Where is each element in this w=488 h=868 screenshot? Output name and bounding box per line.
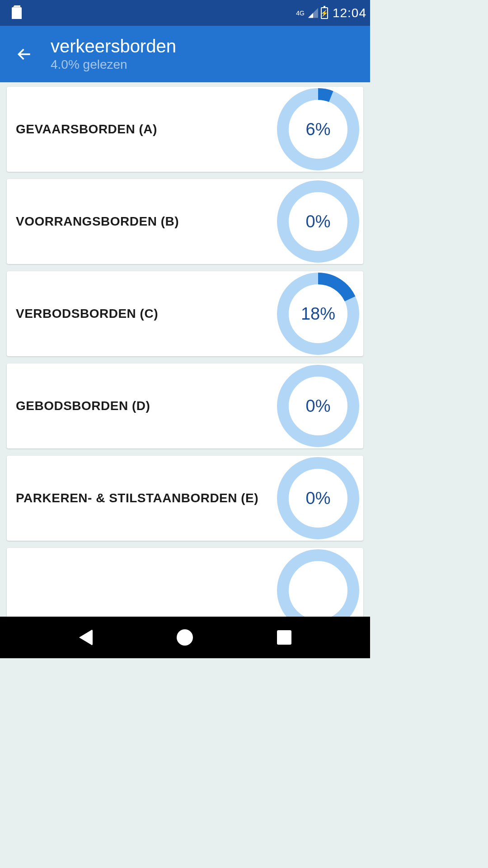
status-left xyxy=(4,7,22,19)
battery-charging-icon: ⚡ xyxy=(321,7,328,19)
status-bar: 4G ⚡ 12:04 xyxy=(0,0,370,26)
progress-percent: 18% xyxy=(301,304,335,324)
category-card[interactable]: VOORRANGSBORDEN (B)0% xyxy=(7,179,363,264)
category-title: PARKEREN- & STILSTAANBORDEN (E) xyxy=(16,491,276,505)
progress-ring: 0% xyxy=(276,179,361,264)
nav-home-button[interactable] xyxy=(175,627,195,647)
sd-card-icon xyxy=(12,7,22,19)
category-card[interactable]: GEVAARSBORDEN (A)6% xyxy=(7,87,363,172)
arrow-left-icon xyxy=(16,46,33,63)
nav-home-icon xyxy=(177,629,193,646)
signal-icon xyxy=(308,8,318,18)
progress-ring: 0% xyxy=(276,363,361,448)
nav-recent-button[interactable] xyxy=(274,627,294,647)
progress-percent: 6% xyxy=(306,120,331,139)
nav-back-icon xyxy=(79,629,93,646)
progress-percent: 0% xyxy=(306,396,331,416)
progress-percent: 0% xyxy=(306,489,331,508)
progress-ring xyxy=(276,548,361,617)
category-title: GEVAARSBORDEN (A) xyxy=(16,122,276,137)
category-card[interactable]: GEBODSBORDEN (D)0% xyxy=(7,363,363,448)
category-list[interactable]: GEVAARSBORDEN (A)6%VOORRANGSBORDEN (B)0%… xyxy=(0,82,370,617)
progress-ring: 18% xyxy=(276,271,361,356)
back-button[interactable] xyxy=(14,44,34,64)
svg-point-10 xyxy=(283,555,353,617)
category-title: GEBODSBORDEN (D) xyxy=(16,399,276,413)
category-card[interactable]: VERBODSBORDEN (C)18% xyxy=(7,271,363,356)
category-card[interactable]: PARKEREN- & STILSTAANBORDEN (E)0% xyxy=(7,456,363,541)
category-card[interactable] xyxy=(7,548,363,617)
system-nav-bar xyxy=(0,617,370,658)
progress-percent: 0% xyxy=(306,212,331,231)
nav-back-button[interactable] xyxy=(76,627,96,647)
page-subtitle: 4.0% gelezen xyxy=(51,57,176,72)
clock: 12:04 xyxy=(331,6,366,20)
network-label: 4G xyxy=(296,9,305,17)
progress-ring: 6% xyxy=(276,87,361,172)
title-block: verkeersborden 4.0% gelezen xyxy=(51,36,176,72)
status-right: 4G ⚡ 12:04 xyxy=(296,6,366,20)
page-title: verkeersborden xyxy=(51,36,176,57)
category-title: VOORRANGSBORDEN (B) xyxy=(16,214,276,229)
category-title: VERBODSBORDEN (C) xyxy=(16,307,276,321)
nav-recent-icon xyxy=(277,630,291,645)
progress-ring: 0% xyxy=(276,456,361,541)
app-bar: verkeersborden 4.0% gelezen xyxy=(0,26,370,82)
